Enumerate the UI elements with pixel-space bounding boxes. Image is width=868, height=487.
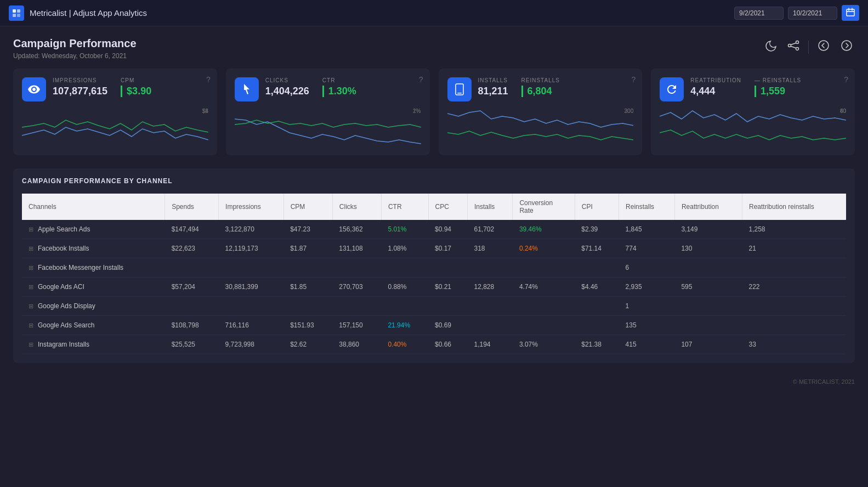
cell-channel: ⊞ Facebook Installs	[22, 239, 165, 258]
expand-icon[interactable]: ⊞	[29, 226, 33, 233]
cell-clicks: 270,703	[332, 278, 381, 297]
metric-reattribution: REATTRIBUTION 4,444	[690, 77, 741, 97]
nav-back-button[interactable]	[815, 37, 832, 56]
col-cpc[interactable]: CPC	[428, 194, 467, 220]
cell-impressions	[219, 297, 284, 316]
cell-cpc: $0.66	[428, 335, 467, 354]
cell-spends	[165, 297, 219, 316]
cell-cpi	[575, 316, 619, 335]
col-conversion-rate[interactable]: ConversionRate	[513, 194, 575, 220]
kpi-card-installs: ? INSTALLS 81,211 REINSTALLS 6,804	[439, 69, 643, 155]
svg-point-6	[788, 44, 791, 47]
cell-cpi	[575, 297, 619, 316]
section-controls	[762, 37, 855, 56]
col-spends[interactable]: Spends	[165, 194, 219, 220]
campaign-title-block: Campaign Performance Updated: Wednesday,…	[13, 37, 137, 60]
cell-reattrib-reinstalls	[742, 316, 846, 335]
expand-icon[interactable]: ⊞	[29, 322, 33, 329]
header-left: Metricalist | Adjust App Analytics	[9, 5, 147, 21]
cell-spends	[165, 258, 219, 278]
cell-reinstalls: 774	[619, 239, 675, 258]
cell-cpm: $1.87	[283, 239, 332, 258]
table-row: ⊞ Facebook Messenger Installs 6	[22, 258, 846, 278]
ctr-value: 1.30%	[322, 86, 356, 97]
table-wrapper[interactable]: Channels Spends Impressions CPM Clicks C…	[22, 194, 846, 354]
cell-reattrib-reinstalls: 21	[742, 239, 846, 258]
cell-spends: $22,623	[165, 239, 219, 258]
channel-name: Facebook Messenger Installs	[38, 264, 123, 271]
cell-cpi: $4.46	[575, 278, 619, 297]
kpi-card-clicks: ? CLICKS 1,404,226 CTR 1.30%	[226, 69, 430, 155]
expand-icon[interactable]: ⊞	[29, 303, 33, 310]
installs-value: 81,211	[478, 86, 508, 97]
theme-toggle-button[interactable]	[762, 37, 779, 56]
kpi-card-impressions: ? IMPRESSIONS 107,877,615 CPM $3.90	[13, 69, 217, 155]
col-reattribution[interactable]: Reattribution	[674, 194, 742, 220]
cell-reattribution: 130	[674, 239, 742, 258]
cell-reinstalls: 1	[619, 297, 675, 316]
svg-rect-2	[13, 14, 16, 17]
date-from-input[interactable]	[734, 7, 784, 20]
col-reattrib-reinstalls[interactable]: Reattribution reinstalls	[742, 194, 846, 220]
expand-icon[interactable]: ⊞	[29, 264, 33, 271]
col-channels[interactable]: Channels	[22, 194, 165, 220]
date-to-input[interactable]	[788, 7, 837, 20]
app-title: Metricalist | Adjust App Analytics	[30, 8, 147, 18]
cell-channel: ⊞ Facebook Messenger Installs	[22, 258, 165, 278]
kpi-help-icon-4[interactable]: ?	[844, 75, 848, 84]
cell-impressions: 716,116	[219, 316, 284, 335]
app-header: Metricalist | Adjust App Analytics	[0, 0, 868, 26]
cell-installs: 61,702	[467, 220, 512, 239]
table-section: CAMPAIGN PERFORMANCE BY CHANNEL Channels…	[13, 168, 855, 363]
installs-icon	[447, 77, 472, 101]
cell-reattribution	[674, 297, 742, 316]
cell-impressions: 9,723,998	[219, 335, 284, 354]
expand-icon[interactable]: ⊞	[29, 245, 33, 252]
expand-icon[interactable]: ⊞	[29, 341, 33, 348]
svg-rect-0	[13, 9, 16, 13]
col-cpi[interactable]: CPI	[575, 194, 619, 220]
cell-channel: ⊞ Google Ads ACI	[22, 278, 165, 297]
impressions-icon	[22, 77, 46, 101]
kpi-help-icon-3[interactable]: ?	[631, 75, 636, 84]
cell-cpc: $0.69	[428, 316, 467, 335]
svg-line-8	[791, 43, 796, 45]
cell-installs	[467, 316, 512, 335]
share-button[interactable]	[785, 37, 802, 56]
col-ctr[interactable]: CTR	[381, 194, 428, 220]
metric-installs: INSTALLS 81,211	[478, 77, 508, 97]
kpi-help-icon-2[interactable]: ?	[419, 75, 423, 84]
expand-icon[interactable]: ⊞	[29, 284, 33, 291]
metric-impressions: IMPRESSIONS 107,877,615	[53, 77, 107, 97]
cell-conversion-rate: 0.24%	[513, 239, 575, 258]
svg-point-7	[796, 48, 799, 50]
reinstalls-value: 6,804	[521, 86, 560, 97]
nav-forward-button[interactable]	[838, 37, 855, 56]
cell-cpc	[428, 297, 467, 316]
channel-name: Google Ads Search	[38, 321, 94, 329]
channel-name: Google Ads Display	[38, 302, 95, 310]
cell-cpc: $0.17	[428, 239, 467, 258]
cell-reattribution: 107	[674, 335, 742, 354]
col-installs[interactable]: Installs	[467, 194, 512, 220]
col-clicks[interactable]: Clicks	[332, 194, 381, 220]
metric-ctr: CTR 1.30%	[322, 77, 356, 97]
channel-name: Google Ads ACI	[38, 283, 84, 291]
app-logo	[9, 5, 24, 21]
kpi-help-icon[interactable]: ?	[206, 75, 211, 84]
svg-rect-13	[457, 93, 462, 94]
cell-reattribution: 3,149	[674, 220, 742, 239]
kpi-card-clicks-header: CLICKS 1,404,226 CTR 1.30%	[235, 77, 421, 101]
cell-ctr: 0.88%	[381, 278, 428, 297]
cell-channel: ⊞ Instagram Installs	[22, 335, 165, 354]
col-cpm[interactable]: CPM	[283, 194, 332, 220]
campaign-title: Campaign Performance	[13, 37, 137, 50]
chart-label-200: 200	[625, 108, 634, 114]
calendar-button[interactable]	[842, 5, 859, 21]
svg-line-9	[791, 47, 796, 48]
cell-impressions: 30,881,399	[219, 278, 284, 297]
col-reinstalls[interactable]: Reinstalls	[619, 194, 675, 220]
col-impressions[interactable]: Impressions	[219, 194, 284, 220]
cell-conversion-rate	[513, 316, 575, 335]
channel-name: Facebook Installs	[38, 245, 89, 252]
